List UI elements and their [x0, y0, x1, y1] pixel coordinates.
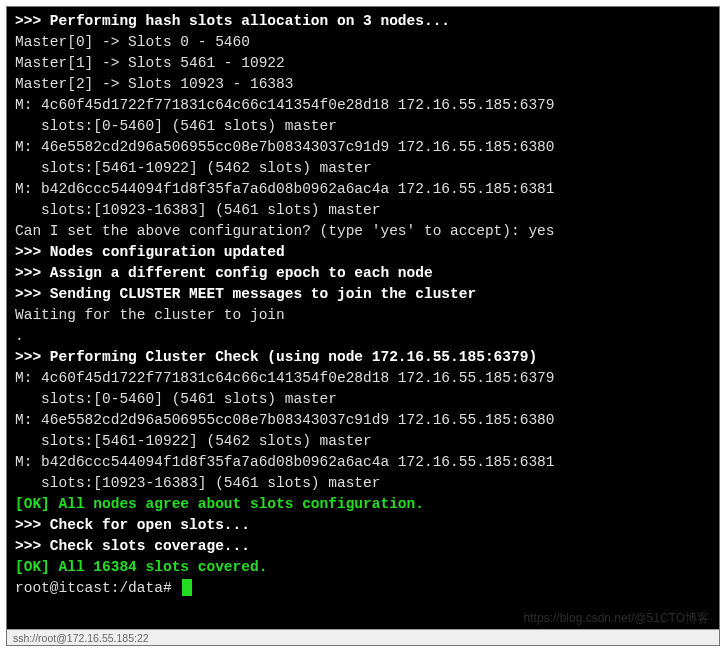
terminal-line-26: [OK] All 16384 slots covered. — [15, 557, 711, 578]
terminal-window[interactable]: >>> Performing hash slots allocation on … — [6, 6, 720, 646]
watermark-text: https://blog.csdn.net/@51CTO博客 — [524, 610, 709, 627]
terminal-line-6: M: 46e5582cd2d96a506955cc08e7b08343037c9… — [15, 137, 711, 158]
terminal-line-12: >>> Assign a different config epoch to e… — [15, 263, 711, 284]
terminal-line-11: >>> Nodes configuration updated — [15, 242, 711, 263]
terminal-line-18: slots:[0-5460] (5461 slots) master — [15, 389, 711, 410]
terminal-line-1: Master[0] -> Slots 0 - 5460 — [15, 32, 711, 53]
terminal-output: >>> Performing hash slots allocation on … — [15, 11, 711, 578]
prompt-line[interactable]: root@itcast:/data# — [15, 578, 711, 599]
terminal-line-24: >>> Check for open slots... — [15, 515, 711, 536]
prompt-text: root@itcast:/data# — [15, 580, 180, 596]
terminal-line-16: >>> Performing Cluster Check (using node… — [15, 347, 711, 368]
terminal-line-2: Master[1] -> Slots 5461 - 10922 — [15, 53, 711, 74]
terminal-line-10: Can I set the above configuration? (type… — [15, 221, 711, 242]
terminal-line-20: slots:[5461-10922] (5462 slots) master — [15, 431, 711, 452]
terminal-line-19: M: 46e5582cd2d96a506955cc08e7b08343037c9… — [15, 410, 711, 431]
cursor-block — [182, 579, 192, 596]
terminal-line-14: Waiting for the cluster to join — [15, 305, 711, 326]
terminal-line-9: slots:[10923-16383] (5461 slots) master — [15, 200, 711, 221]
terminal-line-4: M: 4c60f45d1722f771831c64c66c141354f0e28… — [15, 95, 711, 116]
terminal-line-5: slots:[0-5460] (5461 slots) master — [15, 116, 711, 137]
terminal-line-23: [OK] All nodes agree about slots configu… — [15, 494, 711, 515]
terminal-line-22: slots:[10923-16383] (5461 slots) master — [15, 473, 711, 494]
terminal-line-0: >>> Performing hash slots allocation on … — [15, 11, 711, 32]
status-bar: ssh://root@172.16.55.185:22 — [7, 629, 719, 645]
terminal-line-13: >>> Sending CLUSTER MEET messages to joi… — [15, 284, 711, 305]
terminal-line-21: M: b42d6ccc544094f1d8f35fa7a6d08b0962a6a… — [15, 452, 711, 473]
terminal-line-8: M: b42d6ccc544094f1d8f35fa7a6d08b0962a6a… — [15, 179, 711, 200]
terminal-line-3: Master[2] -> Slots 10923 - 16383 — [15, 74, 711, 95]
terminal-line-25: >>> Check slots coverage... — [15, 536, 711, 557]
terminal-line-15: . — [15, 326, 711, 347]
terminal-line-7: slots:[5461-10922] (5462 slots) master — [15, 158, 711, 179]
terminal-line-17: M: 4c60f45d1722f771831c64c66c141354f0e28… — [15, 368, 711, 389]
